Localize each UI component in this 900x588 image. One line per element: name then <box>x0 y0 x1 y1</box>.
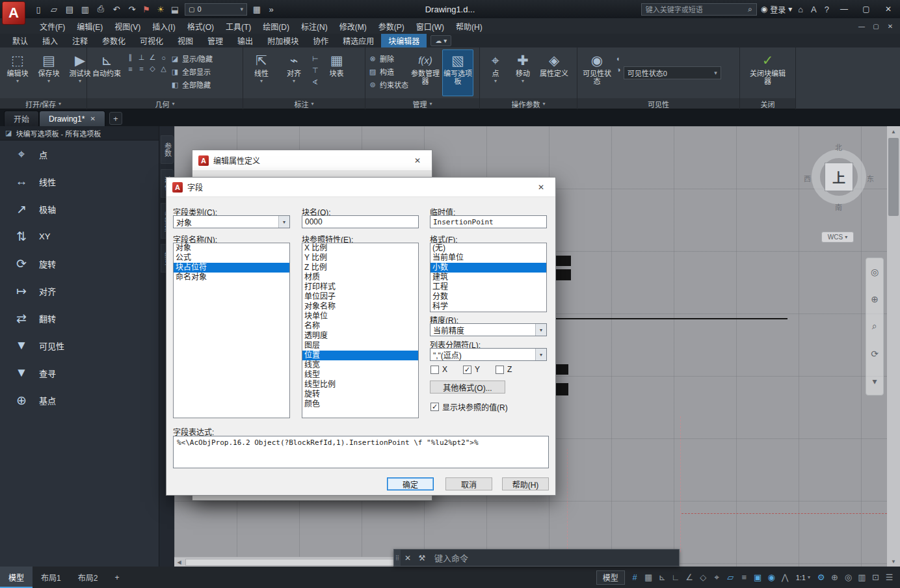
list-item[interactable]: 旋转 <box>302 390 418 399</box>
annotation-monitor-icon[interactable]: ⊕ <box>828 570 841 585</box>
viewcube-north[interactable]: 北 <box>835 142 842 152</box>
menu-item[interactable]: 工具(T) <box>220 18 257 34</box>
list-item[interactable]: 透明度 <box>302 331 418 341</box>
menu-item[interactable]: 文件(F) <box>34 18 71 34</box>
constraint-icon[interactable]: ∥ <box>125 52 136 63</box>
pan-icon[interactable]: ⊕ <box>871 294 879 304</box>
ribbon-tab[interactable]: 精选应用 <box>336 34 381 47</box>
panel-label-close[interactable]: 关闭 <box>740 98 795 109</box>
panel-label-visibility[interactable]: 可见性 <box>577 98 739 109</box>
block-table-button[interactable]: ▦ 块表 <box>321 49 352 96</box>
sign-in-button[interactable]: ◉ 登录 ▾ <box>761 4 793 15</box>
menu-item[interactable]: 编辑(E) <box>71 18 109 34</box>
close-tab-icon[interactable]: ✕ <box>90 115 95 122</box>
scroll-left-icon[interactable]: ◀ <box>174 559 184 565</box>
horizontal-constraint-icon[interactable]: ⊢ <box>312 55 319 63</box>
command-tools-icon[interactable]: ⚒ <box>415 554 429 563</box>
infer-constraints-icon[interactable]: ⊾ <box>655 570 669 585</box>
list-item[interactable]: 图层 <box>302 341 418 351</box>
autodesk-account-icon[interactable]: A <box>809 5 819 14</box>
dialog-close-button[interactable]: ✕ <box>533 180 549 194</box>
new-file-icon[interactable]: ▯ <box>31 3 46 16</box>
constraint-icon[interactable]: ○ <box>158 52 169 63</box>
menu-item[interactable]: 修改(M) <box>334 18 373 34</box>
block-name-input[interactable]: 0000 <box>302 215 419 228</box>
authoring-palettes-button[interactable]: ▧ 编写选项板 <box>442 49 473 96</box>
scroll-up-icon[interactable]: ▲ <box>887 126 900 137</box>
show-hide-constraints-button[interactable]: ◪ 显示/隐藏 <box>170 53 213 64</box>
list-item[interactable]: 命名对象 <box>174 273 289 282</box>
dialog-close-button[interactable]: ✕ <box>409 154 426 168</box>
app-store-icon[interactable]: ⌂ <box>796 5 805 14</box>
ok-button[interactable]: 确定 <box>387 477 434 490</box>
menu-item[interactable]: 格式(O) <box>181 18 220 34</box>
format-list[interactable]: (无)当前单位小数建筑工程分数科学 <box>430 243 547 312</box>
new-layout-button[interactable]: + <box>106 567 127 588</box>
linear-constraint-button[interactable]: ⇱ 线性 ▾ <box>246 49 277 96</box>
start-tab[interactable]: 开始 <box>4 111 39 126</box>
osnap-tracking-icon[interactable]: ⌖ <box>710 570 724 585</box>
ribbon-tab[interactable]: 插入 <box>35 34 65 47</box>
grid-display-icon[interactable]: # <box>628 570 642 585</box>
ribbon-tab[interactable]: 管理 <box>200 34 230 47</box>
command-close-icon[interactable]: ✕ <box>401 554 415 563</box>
list-item[interactable]: 名称 <box>302 321 418 331</box>
palette-side-tab[interactable]: 参数 <box>161 135 174 164</box>
close-block-editor-button[interactable]: ✓ 关闭块编辑器 <box>748 49 788 96</box>
redo-icon[interactable]: ↷ <box>125 3 139 16</box>
menu-item[interactable]: 标注(N) <box>295 18 334 34</box>
save-as-icon[interactable]: ▥ <box>78 3 92 16</box>
navbar-more-icon[interactable]: ▾ <box>872 376 877 386</box>
aligned-constraint-button[interactable]: ⌁ 对齐 ▾ <box>278 49 310 96</box>
angular-constraint-icon[interactable]: ∢ <box>312 78 319 87</box>
palette-item[interactable]: ↔ 线性 <box>0 168 159 195</box>
wcs-menu[interactable]: WCS ▾ <box>821 232 854 243</box>
panel-label-annotate[interactable]: 标注▾ <box>243 98 365 109</box>
list-item[interactable]: 块占位符 <box>174 263 289 273</box>
doc-minimize-button[interactable]: — <box>854 20 869 32</box>
palette-item[interactable]: ⊕ 基点 <box>0 386 159 414</box>
panel-label-action-parameters[interactable]: 操作参数▾ <box>480 98 577 109</box>
show-block-reference-value-checkbox[interactable]: ✓ 显示块参照的值(R) <box>430 401 508 412</box>
palette-item[interactable]: ⟳ 旋转 <box>0 250 159 277</box>
move-action-button[interactable]: ✚ 移动 ▾ <box>510 49 536 96</box>
drawing-tab[interactable]: Drawing1* ✕ <box>39 111 105 126</box>
save-block-button[interactable]: ▤ 保存块 ▾ <box>34 49 64 96</box>
doc-close-button[interactable]: ✕ <box>883 20 897 32</box>
palette-item[interactable]: ⌖ 点 <box>0 140 159 168</box>
list-item[interactable]: 科学 <box>430 302 546 312</box>
list-item[interactable]: 小数 <box>430 263 546 273</box>
list-item[interactable]: 材质 <box>302 273 418 282</box>
auto-constrain-button[interactable]: ⊾ 自动约束 <box>90 49 124 96</box>
model-space-tab[interactable]: 模型 <box>0 567 33 588</box>
panel-label-geometry[interactable]: 几何▾ <box>87 98 243 109</box>
constraint-icon[interactable]: ⊥ <box>136 52 147 63</box>
selection-cycling-icon[interactable]: ▣ <box>751 570 765 585</box>
list-separator-dropdown[interactable]: ","(逗点) ▾ <box>430 348 547 361</box>
visibility-state-dropdown[interactable]: 可见性状态0 ▾ <box>624 66 721 79</box>
constraint-icon[interactable]: ◇ <box>147 63 158 74</box>
brightness-icon[interactable]: ☀ <box>153 3 168 16</box>
menu-item[interactable]: 窗口(W) <box>410 18 450 34</box>
make-visible-icon[interactable]: ◑ <box>616 66 621 74</box>
flag-icon[interactable]: ⚑ <box>139 3 153 16</box>
ribbon-tab[interactable]: 可视化 <box>133 34 170 47</box>
hide-all-constraints-button[interactable]: ◧ 全部隐藏 <box>170 79 213 90</box>
block-properties-list[interactable]: X 比例Y 比例Z 比例材质打印样式单位因子对象名称块单位名称透明度图层位置线宽… <box>302 243 419 418</box>
palette-header[interactable]: ◪ 块编写选项板 - 所有选项板 <box>0 126 159 140</box>
axis-z-checkbox[interactable]: Z <box>496 365 512 374</box>
parameters-manager-button[interactable]: f(x) 参数管理器 <box>410 49 441 96</box>
list-item[interactable]: 块单位 <box>302 312 418 321</box>
help-icon[interactable]: ? <box>823 5 831 14</box>
ribbon-tab[interactable]: 参数化 <box>95 34 133 47</box>
minimize-button[interactable]: — <box>835 2 853 16</box>
list-item[interactable]: Z 比例 <box>302 263 418 273</box>
layout2-tab[interactable]: 布局2 <box>70 567 107 588</box>
palette-item[interactable]: ↗ 极轴 <box>0 195 159 222</box>
list-item[interactable]: 线型 <box>302 370 418 380</box>
viewcube-west[interactable]: 西 <box>804 173 811 183</box>
menu-item[interactable]: 插入(I) <box>146 18 181 34</box>
axis-x-checkbox[interactable]: X <box>430 365 447 374</box>
list-item[interactable]: 当前单位 <box>430 253 546 263</box>
constraint-icon[interactable]: ∠ <box>147 52 158 63</box>
